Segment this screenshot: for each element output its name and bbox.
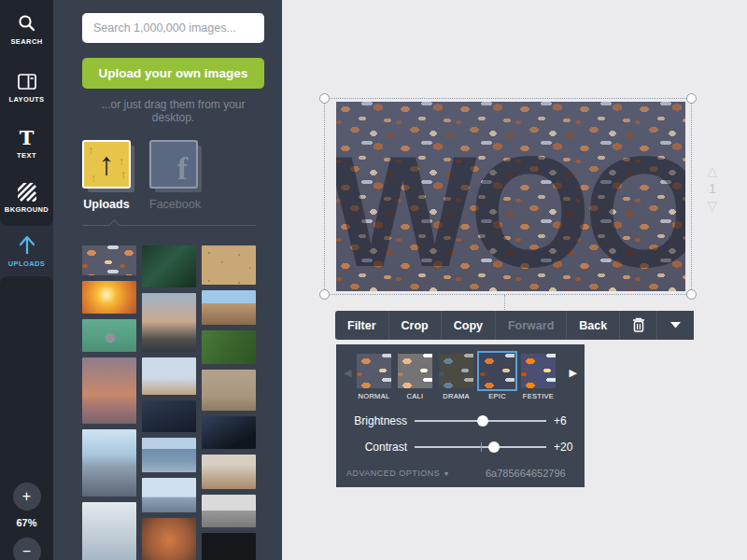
contrast-label: Contrast	[336, 441, 407, 454]
contrast-center-tick	[481, 442, 482, 452]
preset-epic-thumb	[480, 354, 514, 388]
design-canvas[interactable]: WOOD Filter Crop Copy Forward Back ◀	[282, 0, 747, 560]
rail-label-uploads: UPLOADS	[8, 259, 45, 268]
contrast-slider-row: Contrast +20	[336, 434, 585, 460]
thumbnail-green-plants[interactable]	[202, 330, 256, 365]
advanced-options-button[interactable]: ADVANCED OPTIONS ▼	[346, 469, 450, 478]
sidebar-item-search[interactable]: SEARCH	[0, 13, 53, 46]
text-icon: T	[20, 129, 35, 147]
copy-button[interactable]: Copy	[441, 311, 495, 340]
contrast-knob[interactable]	[488, 441, 500, 453]
selected-image-wood[interactable]: WOOD	[336, 102, 685, 291]
zoom-in-button[interactable]: +	[13, 483, 41, 511]
preset-festive[interactable]: FESTIVE	[521, 354, 556, 400]
zoom-out-button[interactable]: −	[13, 538, 41, 560]
grid-column-3	[202, 245, 256, 560]
thumbnail-city-skyline[interactable]	[142, 478, 196, 512]
presets-next-icon[interactable]: ▶	[570, 367, 577, 379]
sidebar-item-text[interactable]: T TEXT	[0, 129, 53, 160]
caret-down-icon[interactable]	[656, 311, 694, 340]
left-rail: SEARCH LAYOUTS T TEXT BKGROUND UPLOADS +…	[0, 0, 53, 560]
filter-presets: ◀ NORMAL CALI DRAMA	[336, 344, 585, 408]
grid-column-2	[142, 245, 196, 560]
preset-normal[interactable]: NORMAL	[357, 354, 391, 400]
preset-festive-thumb	[521, 354, 556, 388]
app-window: SEARCH LAYOUTS T TEXT BKGROUND UPLOADS +…	[0, 0, 747, 560]
resize-handle-bottom-left[interactable]	[319, 289, 330, 300]
crop-button[interactable]: Crop	[388, 311, 441, 340]
page-up-icon[interactable]: △	[708, 164, 718, 177]
sidebar-item-layouts[interactable]: LAYOUTS	[0, 73, 53, 104]
contrast-slider[interactable]	[415, 446, 546, 448]
resize-handle-top-right[interactable]	[686, 93, 697, 104]
thumbnail-food-dish[interactable]	[142, 518, 196, 560]
thumbnail-gray-city[interactable]	[202, 495, 256, 527]
thumbnail-beach-cliff[interactable]	[202, 290, 256, 325]
uploads-thumbnail-grid	[82, 245, 256, 560]
toolbar-connector-line	[504, 295, 505, 312]
brightness-knob[interactable]	[477, 415, 488, 427]
tab-divider	[82, 225, 256, 226]
thumbnail-desert-signs[interactable]	[202, 455, 256, 489]
search-input[interactable]	[82, 13, 264, 43]
thumbnail-star-trails[interactable]	[142, 400, 196, 432]
sidebar-item-uploads[interactable]: UPLOADS	[0, 233, 53, 268]
tab-facebook[interactable]: f	[149, 140, 198, 189]
thumbnail-couple-beach[interactable]	[142, 357, 196, 395]
rail-label-layouts: LAYOUTS	[9, 95, 45, 104]
thumbnail-boardwalk[interactable]	[82, 429, 136, 497]
filter-panel: ◀ NORMAL CALI DRAMA	[336, 344, 585, 487]
thumbnail-star-trails-2[interactable]	[202, 416, 256, 449]
upload-images-button[interactable]: Upload your own images	[82, 58, 264, 89]
page-number: 1	[709, 180, 716, 196]
preset-epic[interactable]: EPIC	[480, 354, 514, 400]
tab-label-facebook[interactable]: Facebook	[149, 198, 198, 211]
preset-cali-thumb	[398, 354, 432, 388]
zoom-level: 67%	[16, 517, 36, 528]
thumbnail-dark-photo[interactable]	[202, 533, 256, 560]
brightness-label: Brightness	[336, 414, 407, 427]
rail-label-text: TEXT	[17, 151, 36, 160]
contrast-value: +20	[554, 441, 584, 454]
preset-normal-thumb	[357, 354, 391, 388]
resize-handle-bottom-right[interactable]	[686, 289, 697, 300]
thumbnail-green-door[interactable]	[82, 319, 136, 352]
caret-down-icon: ▼	[443, 470, 449, 477]
preset-drama[interactable]: DRAMA	[439, 354, 473, 400]
search-icon	[17, 13, 37, 34]
thumbnail-bicycle[interactable]	[202, 370, 256, 410]
uploads-panel: Upload your own images ...or just drag t…	[53, 0, 282, 560]
context-toolbar-buttons: Filter Crop Copy Forward Back	[335, 311, 694, 340]
grid-column-1	[82, 245, 136, 560]
sidebar-item-bkground[interactable]: BKGROUND	[0, 183, 53, 214]
layouts-icon	[17, 73, 37, 91]
thumbnail-dark-water[interactable]	[142, 245, 196, 287]
filter-panel-footer: ADVANCED OPTIONS ▼ 6a785664652796	[336, 469, 585, 478]
tab-label-uploads[interactable]: Uploads	[82, 198, 131, 211]
brightness-slider[interactable]	[415, 420, 546, 422]
thumbnail-cork-texture[interactable]	[202, 245, 256, 285]
back-button[interactable]: Back	[566, 311, 619, 340]
rail-label-search: SEARCH	[10, 37, 42, 46]
brightness-slider-row: Brightness +6	[336, 408, 585, 434]
thumbnail-lake-figure[interactable]	[142, 438, 196, 472]
thumbnail-clouds[interactable]	[82, 502, 136, 560]
preset-cali[interactable]: CALI	[398, 354, 432, 400]
thumbnail-wine-glasses[interactable]	[142, 293, 196, 352]
page-down-icon[interactable]: ▽	[708, 199, 718, 212]
thumbnail-dusty-sunset[interactable]	[82, 357, 136, 425]
facebook-icon: f	[149, 140, 198, 189]
resize-handle-top-left[interactable]	[319, 93, 330, 104]
forward-button[interactable]: Forward	[495, 311, 566, 340]
thumbnail-wood-pile[interactable]	[82, 245, 136, 275]
tab-uploads[interactable]: ↑ ↑ ↑ ↑ ↑	[82, 140, 131, 189]
presets-prev-icon[interactable]: ◀	[344, 367, 351, 379]
image-hash-text: 6a785664652796	[486, 468, 566, 479]
upload-arrow-icon	[17, 233, 37, 256]
filter-button[interactable]: Filter	[335, 311, 388, 340]
trash-icon[interactable]	[619, 311, 656, 340]
rail-label-bkground: BKGROUND	[5, 205, 49, 214]
preset-drama-thumb	[439, 354, 473, 388]
thumbnail-sunset-bulb[interactable]	[82, 281, 136, 314]
brightness-value: +6	[554, 414, 584, 427]
